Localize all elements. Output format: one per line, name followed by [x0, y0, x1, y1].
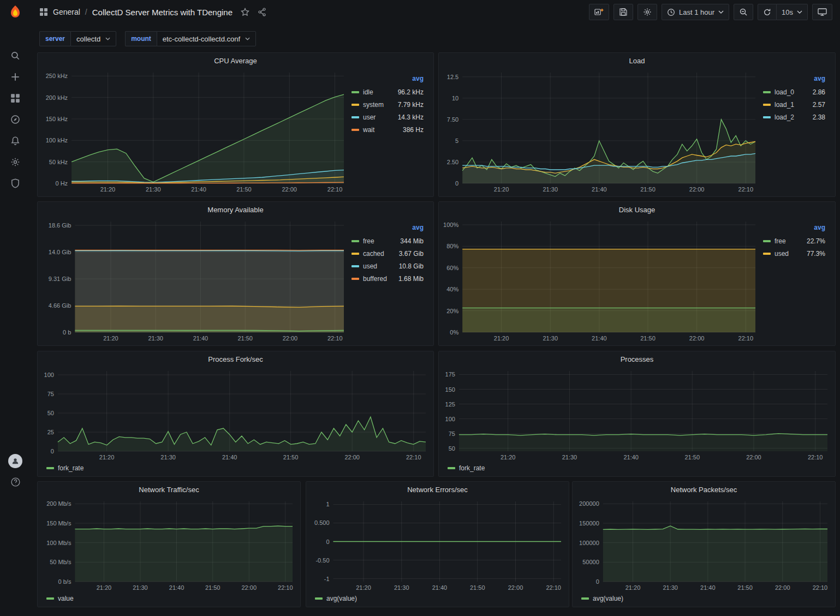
- dashboards-icon[interactable]: [9, 92, 22, 105]
- panel-title[interactable]: Network Errors/sec: [306, 482, 569, 497]
- grafana-logo[interactable]: [7, 4, 23, 21]
- y-tick-label: 12.5: [447, 74, 458, 80]
- legend-item-load_0[interactable]: load_02.86: [763, 86, 825, 98]
- y-tick-label: 50000: [582, 559, 599, 565]
- legend-item-avg(value)[interactable]: avg(value): [581, 595, 623, 602]
- panel-title[interactable]: Process Fork/sec: [38, 351, 433, 367]
- refresh-button[interactable]: [758, 4, 777, 20]
- alerting-bell-icon[interactable]: [9, 134, 22, 147]
- series-color-swatch: [315, 597, 323, 600]
- y-tick-label: 40%: [446, 286, 458, 292]
- share-icon[interactable]: [258, 8, 266, 16]
- x-tick-label: 22:00: [689, 335, 705, 342]
- panel-title[interactable]: CPU Average: [38, 53, 433, 68]
- dashboard-title[interactable]: CollectD Server Metrics with TDengine: [92, 8, 233, 17]
- panel-cpu-average: CPU Average 0 Hz50 kHz100 kHz150 kHz200 …: [37, 52, 434, 197]
- x-tick-label: 21:30: [663, 584, 678, 591]
- x-tick-label: 22:10: [278, 584, 293, 591]
- variable-server-value-dropdown[interactable]: collectd: [70, 31, 116, 46]
- legend-item-free[interactable]: free344 Mib: [352, 235, 424, 247]
- legend-avg-value: 386 Hz: [403, 126, 424, 134]
- legend-item-fork_rate[interactable]: fork_rate: [46, 464, 84, 472]
- time-range-picker[interactable]: Last 1 hour: [662, 4, 729, 20]
- chart-area: 0 b4.66 Gib9.31 Gib14.0 Gib18.6 Gib21:20…: [40, 217, 349, 343]
- x-tick-label: 22:00: [508, 584, 523, 591]
- legend-item-system[interactable]: system7.79 kHz: [352, 98, 424, 111]
- y-tick-label: 0.500: [314, 519, 330, 526]
- load-chart: 02.5057.501012.521:2021:3021:4021:5022:0…: [441, 68, 761, 194]
- legend-item-avg(value)[interactable]: avg(value): [315, 595, 357, 602]
- legend-avg-value: 22.7%: [807, 237, 825, 245]
- series-area-fork_rate: [459, 434, 827, 451]
- legend-series-name: load_0: [775, 88, 794, 96]
- x-tick-label: 21:30: [148, 335, 163, 342]
- star-icon[interactable]: [241, 8, 249, 16]
- create-plus-icon[interactable]: [9, 70, 22, 83]
- y-tick-label: 0 b: [63, 329, 71, 336]
- user-avatar[interactable]: [8, 454, 22, 468]
- panel-title[interactable]: Processes: [439, 351, 835, 367]
- x-tick-label: 22:00: [344, 454, 360, 460]
- y-tick-label: 150 kHz: [46, 116, 68, 122]
- legend-item-buffered[interactable]: buffered1.68 Mib: [352, 272, 424, 285]
- legend-item-used[interactable]: used77.3%: [763, 247, 825, 260]
- legend: avg(value): [308, 593, 567, 605]
- legend-item-load_2[interactable]: load_22.38: [763, 111, 825, 123]
- y-tick-label: 175: [445, 371, 455, 378]
- y-tick-label: 100: [445, 416, 455, 422]
- legend-item-free[interactable]: free22.7%: [763, 235, 825, 247]
- panel-title[interactable]: Memory Available: [38, 202, 433, 217]
- chart-area: 025507510021:2021:3021:4021:5022:0022:10: [40, 367, 431, 462]
- panel-title[interactable]: Network Packets/sec: [573, 482, 835, 497]
- variable-server: server collectd: [39, 31, 116, 46]
- legend-item-fork_rate[interactable]: fork_rate: [448, 464, 485, 472]
- legend-item-value[interactable]: value: [46, 595, 74, 602]
- legend-item-user[interactable]: user14.3 kHz: [352, 111, 424, 123]
- legend-header-avg: avg: [412, 224, 424, 235]
- y-tick-label: -1: [324, 576, 330, 582]
- cycle-view-mode-button[interactable]: [812, 4, 832, 20]
- legend-item-used[interactable]: used10.8 Gib: [352, 260, 424, 272]
- x-tick-label: 22:10: [327, 335, 343, 342]
- y-tick-label: 150: [445, 386, 455, 393]
- server-admin-shield-icon[interactable]: [9, 177, 22, 190]
- panel-title[interactable]: Network Traffic/sec: [38, 482, 300, 497]
- panel-title[interactable]: Disk Usage: [439, 202, 835, 217]
- legend-series-name: load_1: [775, 101, 794, 109]
- chart-area: 0 b/s50 Mb/s100 Mb/s150 Mb/s200 Mb/s21:2…: [40, 497, 298, 593]
- configuration-gear-icon[interactable]: [9, 156, 22, 169]
- user-profile[interactable]: [0, 454, 31, 468]
- network-traffic-chart: 0 b/s50 Mb/s100 Mb/s150 Mb/s200 Mb/s21:2…: [40, 497, 298, 593]
- panel-title[interactable]: Load: [439, 53, 835, 68]
- series-color-swatch: [763, 253, 771, 255]
- x-tick-label: 21:20: [103, 335, 118, 342]
- breadcrumb-folder[interactable]: General: [53, 8, 80, 16]
- series-area-avg(value): [603, 526, 827, 582]
- series-color-swatch: [448, 467, 455, 469]
- dashboard-settings-button[interactable]: [638, 4, 657, 20]
- y-tick-label: 0: [455, 180, 458, 187]
- legend-item-cached[interactable]: cached3.67 Gib: [352, 247, 424, 260]
- x-tick-label: 21:30: [543, 186, 558, 193]
- refresh-interval-dropdown[interactable]: 10s: [777, 4, 808, 20]
- chart-area: 507510012515017521:2021:3021:4021:5022:0…: [441, 367, 833, 462]
- x-tick-label: 21:20: [501, 454, 516, 460]
- legend-item-idle[interactable]: idle96.2 kHz: [352, 86, 424, 98]
- help-icon[interactable]: [9, 475, 22, 488]
- legend-item-wait[interactable]: wait386 Hz: [352, 123, 424, 136]
- zoom-out-button[interactable]: [734, 4, 753, 20]
- variable-mount-label: mount: [125, 31, 157, 46]
- legend: avgfree22.7%used77.3%: [761, 217, 833, 343]
- y-tick-label: 0 b/s: [58, 578, 72, 585]
- x-tick-label: 21:40: [592, 335, 607, 342]
- explore-compass-icon[interactable]: [9, 113, 22, 126]
- variable-mount-value-dropdown[interactable]: etc-collectd-collectd.conf: [157, 31, 256, 46]
- search-icon[interactable]: [9, 49, 22, 62]
- add-panel-button[interactable]: [589, 4, 609, 20]
- x-tick-label: 21:50: [236, 186, 252, 193]
- x-tick-label: 22:10: [327, 186, 343, 193]
- legend-avg-value: 96.2 kHz: [398, 88, 424, 96]
- save-dashboard-button[interactable]: [613, 4, 633, 20]
- processes-chart: 507510012515017521:2021:3021:4021:5022:0…: [441, 367, 833, 462]
- legend-item-load_1[interactable]: load_12.57: [763, 98, 825, 111]
